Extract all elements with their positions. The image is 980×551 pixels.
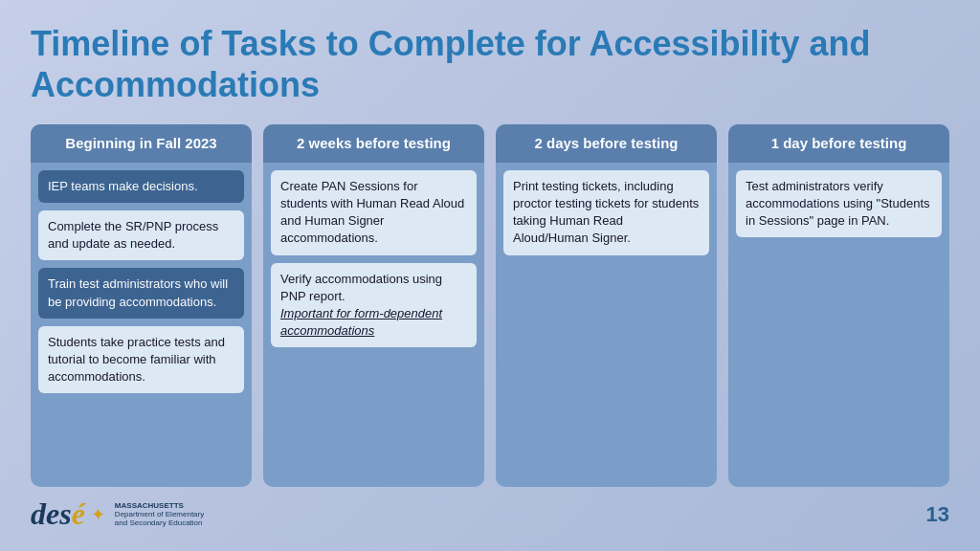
column-4-body: Test administrators verify accommodation… bbox=[728, 163, 949, 487]
footer: desé ✦ MASSACHUSETTS Department of Eleme… bbox=[31, 496, 949, 532]
logo-subtitle: MASSACHUSETTS Department of Elementary a… bbox=[115, 501, 204, 527]
logo-line1: MASSACHUSETTS bbox=[115, 501, 204, 510]
column-2-header: 2 weeks before testing bbox=[263, 124, 484, 163]
card-1-2: Complete the SR/PNP process and update a… bbox=[38, 210, 244, 260]
logo-line3: and Secondary Education bbox=[115, 518, 204, 527]
card-2-2-italic: Important for form-dependent accommodati… bbox=[280, 306, 442, 338]
card-1-4: Students take practice tests and tutoria… bbox=[38, 326, 244, 394]
card-1-3: Train test administrators who will be pr… bbox=[38, 268, 244, 318]
column-3-header: 2 days before testing bbox=[496, 124, 717, 163]
card-2-1: Create PAN Sessions for students with Hu… bbox=[271, 170, 477, 255]
logo-star: ✦ bbox=[91, 504, 105, 525]
column-4: 1 day before testing Test administrators… bbox=[728, 124, 949, 487]
card-3-1: Print testing tickets, including proctor… bbox=[503, 170, 709, 255]
slide: Timeline of Tasks to Complete for Access… bbox=[0, 0, 980, 551]
logo-text: desé bbox=[31, 496, 85, 532]
card-2-2-text: Verify accommodations using PNP report. bbox=[280, 272, 442, 303]
card-2-2: Verify accommodations using PNP report. … bbox=[271, 263, 477, 348]
logo-main: desé ✦ bbox=[31, 496, 105, 532]
card-1-1: IEP teams make decisions. bbox=[38, 170, 244, 203]
column-3: 2 days before testing Print testing tick… bbox=[496, 124, 717, 487]
column-4-header: 1 day before testing bbox=[728, 124, 949, 163]
column-2-body: Create PAN Sessions for students with Hu… bbox=[263, 163, 484, 487]
column-1-body: IEP teams make decisions. Complete the S… bbox=[31, 163, 252, 487]
card-4-1: Test administrators verify accommodation… bbox=[736, 170, 942, 238]
column-2: 2 weeks before testing Create PAN Sessio… bbox=[263, 124, 484, 487]
columns-container: Beginning in Fall 2023 IEP teams make de… bbox=[31, 124, 949, 487]
page-number: 13 bbox=[926, 502, 949, 527]
column-1: Beginning in Fall 2023 IEP teams make de… bbox=[31, 124, 252, 487]
column-3-body: Print testing tickets, including proctor… bbox=[496, 163, 717, 487]
column-1-header: Beginning in Fall 2023 bbox=[31, 124, 252, 163]
logo-area: desé ✦ MASSACHUSETTS Department of Eleme… bbox=[31, 496, 204, 532]
slide-title: Timeline of Tasks to Complete for Access… bbox=[31, 23, 949, 105]
logo-line2: Department of Elementary bbox=[115, 510, 204, 518]
